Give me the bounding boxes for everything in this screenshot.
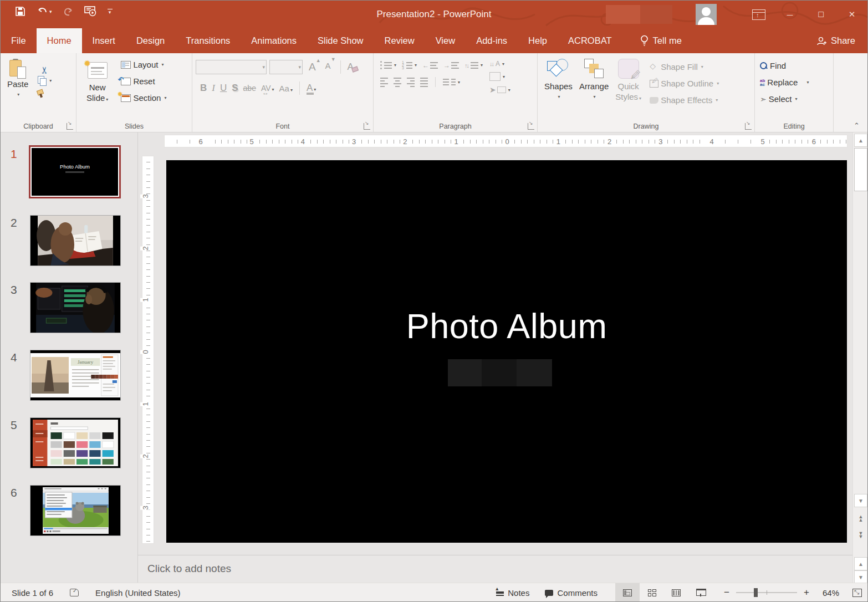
align-center-button[interactable] xyxy=(394,78,401,87)
increase-font-size-button[interactable]: A▲ xyxy=(309,61,321,73)
scroll-up-button[interactable]: ▲ xyxy=(854,134,867,147)
ribbon-tab[interactable]: Insert xyxy=(82,28,126,53)
paste-button[interactable]: Paste ▾ xyxy=(4,57,32,102)
slide-2-thumbnail-image[interactable] xyxy=(30,215,121,266)
change-case-button[interactable]: Aa▾ xyxy=(279,84,293,93)
decrease-font-size-button[interactable]: A▼ xyxy=(325,61,336,73)
italic-button[interactable]: I xyxy=(212,83,215,94)
drawing-dialog-launcher[interactable] xyxy=(745,123,752,130)
slide-thumbnail-5[interactable]: 5 xyxy=(1,417,138,468)
slide-show-button[interactable] xyxy=(688,583,713,602)
language-indicator[interactable]: English (United States) xyxy=(95,588,180,598)
decrease-indent-button[interactable]: ← xyxy=(422,62,438,69)
new-slide-button[interactable]: ✹ New Slide▾ xyxy=(83,60,111,107)
slide-thumbnail-4[interactable]: 4 January xyxy=(1,350,138,401)
columns-button[interactable]: ▾ xyxy=(443,79,460,85)
strikethrough-button[interactable]: abe xyxy=(243,84,256,93)
fit-slide-to-window-button[interactable] xyxy=(852,589,862,597)
arrange-button[interactable]: Arrange ▾ xyxy=(576,57,612,106)
slide-1-thumbnail-image[interactable]: Photo Album xyxy=(29,145,121,198)
zoom-slider-track[interactable] xyxy=(736,592,797,593)
slide-5-thumbnail-image[interactable] xyxy=(30,417,121,468)
replace-button[interactable]: abac Replace▾ xyxy=(758,76,831,88)
comments-toggle-button[interactable]: Comments xyxy=(537,583,605,602)
slide-4-thumbnail-image[interactable]: January xyxy=(30,350,121,401)
font-name-combobox[interactable]: ▾ xyxy=(196,60,267,74)
clipboard-dialog-launcher[interactable] xyxy=(67,123,73,130)
normal-view-button[interactable] xyxy=(615,583,640,602)
numbering-button[interactable]: 123▾ xyxy=(402,61,417,69)
copy-button[interactable]: ▾ xyxy=(36,75,53,86)
slide-thumbnail-2[interactable]: 2 xyxy=(1,215,138,266)
ribbon-tab[interactable]: ACROBAT xyxy=(558,28,622,53)
slide-subtitle-redacted[interactable] xyxy=(448,359,552,386)
increase-indent-button[interactable]: → xyxy=(443,62,459,69)
share-button[interactable]: Share xyxy=(804,28,867,53)
slide-thumbnail-3[interactable]: 3 xyxy=(1,282,138,333)
user-avatar[interactable] xyxy=(696,4,717,25)
maximize-button[interactable]: ☐ xyxy=(805,1,836,28)
font-dialog-launcher[interactable] xyxy=(364,123,370,130)
zoom-level[interactable]: 64% xyxy=(816,588,839,598)
notes-scroll-down-button[interactable]: ▼ xyxy=(854,570,867,584)
ribbon-tab[interactable]: Slide Show xyxy=(307,28,374,53)
font-color-button[interactable]: A▾ xyxy=(307,83,316,94)
format-painter-icon[interactable] xyxy=(36,89,45,98)
ribbon-display-options-button[interactable] xyxy=(743,1,774,28)
ribbon-tab[interactable]: Help xyxy=(518,28,558,53)
scroll-down-button[interactable]: ▼ xyxy=(854,494,867,507)
line-spacing-button[interactable]: ↑↓▾ xyxy=(464,62,483,69)
previous-slide-button[interactable]: ▲▲ xyxy=(854,512,867,525)
bold-button[interactable]: B xyxy=(200,83,207,94)
justify-button[interactable] xyxy=(420,78,428,87)
notes-pane[interactable]: Click to add notes xyxy=(138,555,852,583)
cut-icon[interactable]: ✂ xyxy=(39,57,50,74)
ribbon-tab[interactable]: Transitions xyxy=(175,28,241,53)
ribbon-tab[interactable]: Add-ins xyxy=(466,28,518,53)
bullets-button[interactable]: ▾ xyxy=(380,61,396,69)
collapse-ribbon-button[interactable]: ⌃ xyxy=(854,121,860,130)
paragraph-dialog-launcher[interactable] xyxy=(528,123,534,130)
clear-formatting-button[interactable]: A xyxy=(348,62,354,73)
slide-canvas[interactable]: Photo Album xyxy=(166,160,847,543)
shapes-button[interactable]: Shapes ▾ xyxy=(541,57,576,106)
slide-3-thumbnail-image[interactable] xyxy=(30,282,121,333)
align-left-button[interactable] xyxy=(380,78,388,87)
notes-scroll-up-button[interactable]: ▲ xyxy=(854,557,867,570)
scrollbar-thumb[interactable] xyxy=(854,148,867,191)
text-shadow-button[interactable]: S xyxy=(232,83,238,94)
zoom-slider-handle[interactable] xyxy=(754,588,758,597)
zoom-out-button[interactable]: − xyxy=(723,587,731,598)
notes-toggle-button[interactable]: Notes xyxy=(488,583,537,602)
font-size-combobox[interactable]: ▾ xyxy=(269,60,303,74)
slide-thumbnail-6[interactable]: 6 xyxy=(1,485,138,536)
layout-button[interactable]: Layout▾ xyxy=(119,59,168,70)
character-spacing-button[interactable]: AV▾ xyxy=(261,84,274,93)
align-right-button[interactable] xyxy=(407,78,415,87)
zoom-in-button[interactable]: + xyxy=(803,587,810,598)
section-button[interactable]: ✹Section▾ xyxy=(119,92,168,104)
ribbon-tab[interactable]: Animations xyxy=(241,28,307,53)
minimize-button[interactable]: ─ xyxy=(774,1,805,28)
next-slide-button[interactable]: ▼▼ xyxy=(854,528,867,542)
slide-title-text[interactable]: Photo Album xyxy=(166,306,847,346)
ribbon-tab[interactable]: File xyxy=(1,28,37,53)
ribbon-tab[interactable]: Review xyxy=(374,28,425,53)
slide-indicator[interactable]: Slide 1 of 6 xyxy=(12,588,53,598)
close-button[interactable]: ✕ xyxy=(836,1,867,28)
tell-me-button[interactable]: Tell me xyxy=(631,28,691,53)
align-text-button[interactable]: ▾ xyxy=(489,72,510,81)
ribbon-tab[interactable]: Design xyxy=(126,28,175,53)
spell-check-icon[interactable] xyxy=(70,589,79,596)
slide-sorter-view-button[interactable] xyxy=(640,583,664,602)
underline-button[interactable]: U xyxy=(220,83,227,94)
find-button[interactable]: Find xyxy=(758,60,831,72)
ribbon-tab[interactable]: View xyxy=(425,28,466,53)
slide-thumbnail-1[interactable]: 1 Photo Album xyxy=(1,146,138,200)
notes-placeholder[interactable]: Click to add notes xyxy=(147,563,231,575)
ribbon-tab[interactable]: Home xyxy=(37,28,82,53)
reset-button[interactable]: ↶Reset xyxy=(119,75,168,87)
text-direction-button[interactable]: ↓↓A▾ xyxy=(489,60,510,68)
reading-view-button[interactable] xyxy=(664,583,688,602)
convert-to-smartart-button[interactable]: ➤▾ xyxy=(489,85,510,94)
